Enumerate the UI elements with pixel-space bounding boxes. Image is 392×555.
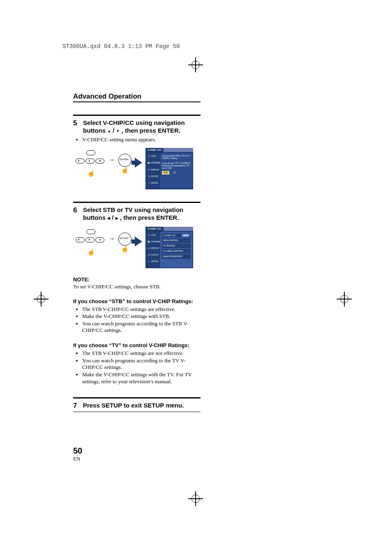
rule bbox=[73, 115, 201, 116]
osd1-text-1: Choose either STB or TV for V-CHIP/CC se… bbox=[162, 154, 191, 160]
osd2-tab-inactive bbox=[164, 227, 193, 231]
step5-line1: Select V-CHIP/CC using navigation bbox=[83, 119, 185, 126]
right-arrow-icon bbox=[115, 214, 118, 221]
osd-icon: ◷ bbox=[148, 175, 150, 178]
remote-up-button bbox=[86, 229, 95, 234]
step-6: 6 Select STB or TV using navigation butt… bbox=[73, 206, 201, 222]
osd-icon: ⌕ bbox=[148, 182, 150, 184]
left-arrow-icon bbox=[107, 214, 110, 221]
note-body: To set V-CHIP/CC settings, choose STB. bbox=[73, 283, 201, 290]
osd2-sidebar: ▭CH.# ▦CHANNEL ▭DISPLAY ◷CLOCK ⌕DETAIL bbox=[146, 232, 160, 267]
page-lang: EN bbox=[73, 456, 82, 462]
step-number: 7 bbox=[73, 402, 79, 410]
page-number: 50 bbox=[73, 446, 82, 456]
osd2-side-3: CLOCK bbox=[151, 253, 158, 256]
step6-line2-prefix: buttons bbox=[83, 214, 107, 221]
osd2-row0: V-CHIP / CC bbox=[163, 234, 176, 237]
stb-heading: If you choose “STB” to control V-CHIP Ra… bbox=[73, 298, 201, 304]
tv-b2: You can watch programs according to the … bbox=[82, 357, 201, 371]
down-arrow-icon bbox=[116, 127, 120, 134]
page-title: Advanced Operation bbox=[73, 92, 201, 102]
osd-screenshot-2: V-CHIP / CC ▭CH.# ▦CHANNEL ▭DISPLAY ◷CLO… bbox=[145, 227, 193, 268]
hand-icon: ☝ bbox=[87, 249, 95, 256]
osd-icon: ⌕ bbox=[148, 260, 150, 263]
step-title: Select V-CHIP/CC using navigation button… bbox=[83, 119, 185, 135]
note-heading: NOTE: bbox=[73, 276, 201, 283]
osd-icon: ▭ bbox=[148, 234, 150, 237]
osd-icon: ◷ bbox=[148, 253, 150, 256]
hand-icon: ☝ bbox=[118, 246, 131, 252]
step5-bullet-1: V-CHIP/CC setting menu appears. bbox=[82, 136, 201, 143]
osd2-side-0: CH.# bbox=[151, 234, 156, 236]
osd1-side-1: CHANNEL bbox=[151, 161, 161, 164]
figure-step6: ☝ → ENTER ☝ V-CHIP / CC ▭CH.# ▦CHANNEL bbox=[73, 227, 201, 268]
osd1-text-2: If you choose "TV", V-CHIP/CC functions … bbox=[162, 162, 191, 170]
stb-b3: You can watch programs according to the … bbox=[82, 320, 201, 334]
tv-b3: Make the V-CHIP/CC settings with the TV.… bbox=[82, 371, 201, 385]
step-title: Select STB or TV using navigation button… bbox=[83, 206, 183, 222]
step-5: 5 Select V-CHIP/CC using navigation butt… bbox=[73, 119, 201, 135]
remote-enter-button: ENTER bbox=[118, 154, 131, 167]
osd-icon: ▦ bbox=[148, 240, 150, 243]
stb-bullets: The STB V-CHIP/CC settings are effective… bbox=[73, 306, 201, 334]
osd2-row1: MPAA RATING bbox=[163, 239, 178, 242]
remote-left-button bbox=[76, 159, 85, 164]
osd2-tab-active: V-CHIP / CC bbox=[145, 227, 164, 231]
big-arrow-icon bbox=[135, 237, 142, 246]
remote-mid-button bbox=[85, 159, 95, 164]
osd2-side-2: DISPLAY bbox=[151, 247, 159, 249]
osd1-side-3: CLOCK bbox=[151, 175, 158, 177]
enter-label: ENTER bbox=[120, 237, 128, 240]
arrow-right-icon: → bbox=[108, 156, 115, 164]
osd-icon: ▦ bbox=[148, 161, 150, 164]
rule-thin bbox=[73, 412, 201, 412]
rule bbox=[73, 397, 201, 398]
osd1-main: Choose either STB or TV for V-CHIP/CC se… bbox=[160, 153, 192, 189]
step5-line2-prefix: buttons bbox=[83, 127, 107, 134]
up-arrow-icon bbox=[107, 127, 111, 134]
osd2-row3: CLOSED CAPTION bbox=[163, 250, 183, 253]
step5-line2-suffix: , then press ENTER. bbox=[122, 127, 180, 134]
step-7: 7 Press SETUP to exit SETUP menu. bbox=[73, 402, 201, 410]
tv-heading: If you choose “TV” to control V-CHIP Rat… bbox=[73, 342, 201, 348]
hand-icon: ☝ bbox=[87, 170, 95, 177]
remote-up-button bbox=[86, 150, 95, 155]
crop-mark-top bbox=[188, 58, 203, 72]
remote-nav-illustration: ☝ bbox=[73, 148, 105, 177]
rule bbox=[73, 202, 201, 203]
osd-icon: ▭ bbox=[148, 247, 150, 250]
stb-b2: Make the V-CHIP/CC settings with STB. bbox=[82, 313, 201, 320]
arrow-right-icon: → bbox=[108, 235, 115, 242]
hand-icon: ☝ bbox=[118, 167, 131, 173]
big-arrow-icon bbox=[135, 158, 142, 168]
osd1-side-4: DETAIL bbox=[151, 182, 158, 184]
osd2-side-1: CHANNEL bbox=[151, 240, 161, 243]
remote-nav-illustration: ☝ bbox=[73, 227, 105, 256]
osd1-side-0: CH.# bbox=[151, 155, 156, 157]
tv-bullets: The STB V-CHIP/CC settings are not effec… bbox=[73, 350, 201, 385]
osd2-main: V-CHIP / CCSTB MPAA RATING TV RATING CLO… bbox=[160, 232, 192, 267]
remote-mid-button bbox=[85, 237, 95, 242]
step5-bullets: V-CHIP/CC setting menu appears. bbox=[73, 136, 201, 143]
osd1-tab-active: V-CHIP / CC bbox=[145, 148, 164, 152]
crop-mark-left bbox=[34, 292, 48, 306]
osd-icon: ▭ bbox=[148, 155, 150, 158]
step6-line1: Select STB or TV using navigation bbox=[83, 206, 183, 213]
stb-b1: The STB V-CHIP/CC settings are effective… bbox=[82, 306, 201, 313]
osd-icon: ▭ bbox=[148, 168, 150, 171]
osd1-tab-inactive bbox=[164, 148, 193, 152]
step6-line2-suffix: , then press ENTER. bbox=[120, 214, 179, 221]
osd1-sidebar: ▭CH.# ▦CHANNEL ▭DISPLAY ◷CLOCK ⌕DETAIL bbox=[146, 153, 160, 189]
osd2-row0-val: STB bbox=[182, 234, 189, 237]
osd-screenshot-1: V-CHIP / CC ▭CH.# ▦CHANNEL ▭DISPLAY ◷CLO… bbox=[145, 148, 193, 189]
step-title: Press SETUP to exit SETUP menu. bbox=[83, 402, 184, 410]
enter-label: ENTER bbox=[120, 158, 128, 161]
osd1-side-2: DISPLAY bbox=[151, 168, 159, 171]
figure-step5: ☝ → ENTER ☝ V-CHIP / CC ▭CH.# ▦CHANNEL bbox=[73, 148, 201, 189]
step-number: 5 bbox=[73, 119, 79, 135]
crop-mark-right bbox=[337, 292, 352, 306]
osd2-row4: NEW PASSWORD bbox=[163, 255, 182, 258]
step-number: 6 bbox=[73, 206, 79, 222]
remote-enter-button: ENTER bbox=[118, 233, 131, 246]
osd2-side-4: DETAIL bbox=[151, 260, 158, 263]
